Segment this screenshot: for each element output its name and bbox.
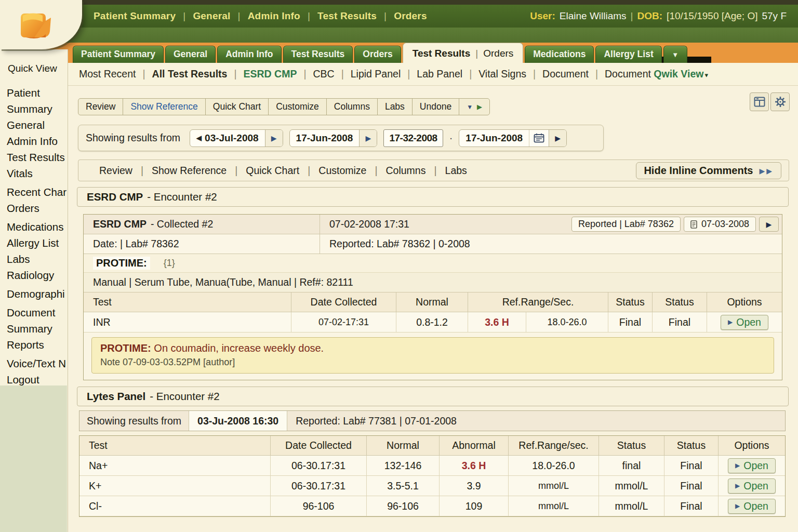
header-nav-test-results[interactable]: Test Results bbox=[317, 10, 377, 22]
tab-patient-summary[interactable]: Patient Summary bbox=[73, 46, 164, 63]
esrd-title: ESRD CMP bbox=[87, 191, 143, 203]
sidebar-item-demographics[interactable]: Demographi bbox=[7, 286, 68, 302]
divider: | bbox=[533, 68, 536, 80]
header-nav-admin-info[interactable]: Admin Info bbox=[248, 10, 300, 22]
sidebar-item-test-results[interactable]: Test Results bbox=[7, 149, 68, 165]
date-3-next-button[interactable]: ▶ bbox=[549, 130, 566, 147]
tab-admin-info[interactable]: Admin Info bbox=[217, 46, 281, 63]
sidebar-item-patient-summary[interactable]: Patient Summary bbox=[7, 85, 68, 117]
columns-link[interactable]: Columns bbox=[386, 165, 426, 177]
play-icon: ▶ bbox=[477, 103, 482, 111]
arrow-right-icon: ▶ bbox=[271, 134, 277, 142]
comment-text: On coumadin, increase weekly dose. bbox=[154, 342, 324, 354]
tab-active-test-results-orders[interactable]: Test Results | Orders bbox=[403, 43, 524, 63]
undone-button[interactable]: Undone bbox=[413, 99, 459, 115]
header-nav-general[interactable]: General bbox=[193, 10, 230, 22]
customize-link[interactable]: Customize bbox=[318, 165, 366, 177]
date-2[interactable]: 17-Jun-2008 bbox=[290, 130, 360, 147]
labs-button[interactable]: Labs bbox=[378, 99, 413, 115]
quick-chart-button[interactable]: Quick Chart bbox=[206, 99, 269, 115]
open-label: Open bbox=[736, 316, 761, 328]
date-2-next-button[interactable]: ▶ bbox=[359, 130, 377, 147]
review-button[interactable]: Review bbox=[78, 99, 123, 115]
tab-overflow-dropdown[interactable]: ▼ bbox=[663, 46, 687, 63]
sidebar-item-logout[interactable]: Logout bbox=[7, 371, 68, 388]
col-header-status-2: Status bbox=[664, 436, 719, 456]
reported-lab-chip[interactable]: Reported | Lab# 78362 bbox=[571, 217, 681, 232]
divider: | bbox=[469, 68, 472, 80]
subnav-vital-signs[interactable]: Vital Signs bbox=[478, 68, 526, 80]
esrd-reported-line: Reported: Lab# 78362 | 0-2008 bbox=[320, 234, 480, 254]
open-button[interactable]: ▶Open bbox=[728, 499, 776, 514]
sidebar-item-vitals[interactable]: Vitals bbox=[7, 165, 68, 181]
subnav-document-qwik-view[interactable]: Document Qwik View▾ bbox=[605, 68, 708, 80]
tab-allergy-list[interactable]: Allergy List bbox=[595, 46, 661, 63]
sidebar-item-medications[interactable]: Medications bbox=[7, 219, 68, 235]
settings-button[interactable] bbox=[770, 92, 790, 111]
subnav-lab-panel[interactable]: Lab Panel bbox=[417, 68, 462, 80]
subnav-all-test-results[interactable]: All Test Results bbox=[152, 68, 228, 80]
header-nav: Patient Summary| General| Admin Info| Te… bbox=[94, 5, 427, 28]
sidebar-item-allergy-list[interactable]: Allergy List bbox=[7, 235, 68, 251]
date-3[interactable]: 17-Jun-2008 bbox=[459, 130, 529, 147]
sidebar-item-labs[interactable]: Labs bbox=[7, 251, 68, 267]
grid-view-button[interactable] bbox=[750, 92, 769, 111]
esrd-row-abnormal: 3.6 H bbox=[468, 312, 526, 332]
hide-inline-comments-button[interactable]: Hide Inline Comments ▶▶ bbox=[636, 162, 781, 179]
panel-next-button[interactable]: ▶ bbox=[759, 217, 779, 232]
subnav-lipid-panel[interactable]: Lipid Panel bbox=[351, 68, 401, 80]
active-tab-right-label[interactable]: Orders bbox=[483, 44, 513, 63]
play-icon: ▶ bbox=[735, 502, 740, 510]
top-edge-strip bbox=[0, 0, 798, 5]
esrd-title-suffix: - Encounter #2 bbox=[147, 191, 217, 203]
open-button[interactable]: ▶Open bbox=[728, 478, 776, 494]
open-button[interactable]: ▶Open bbox=[728, 458, 776, 473]
arrow-left-icon[interactable]: ◀ bbox=[196, 134, 202, 142]
toolbar-more-button[interactable]: ▼ ▶ bbox=[459, 99, 489, 115]
review-link[interactable]: Review bbox=[99, 165, 132, 177]
subnav-most-recent[interactable]: Most Recent bbox=[79, 68, 136, 80]
date-1[interactable]: ◀ 03-Jul-2008 bbox=[190, 130, 265, 147]
quick-chart-link[interactable]: Quick Chart bbox=[246, 165, 299, 177]
sidebar-item-general[interactable]: General bbox=[7, 117, 68, 133]
tab-medications[interactable]: Medications bbox=[525, 46, 594, 63]
open-button[interactable]: ▶ Open bbox=[721, 315, 768, 330]
date-1-next-button[interactable]: ▶ bbox=[265, 130, 283, 147]
divider: | bbox=[141, 165, 143, 177]
divider: | bbox=[303, 68, 306, 80]
date-separator: · bbox=[449, 132, 453, 144]
sidebar-item-document-summary[interactable]: Document Summary bbox=[7, 304, 68, 337]
sidebar-item-radiology[interactable]: Radiology bbox=[7, 267, 68, 283]
subnav-document[interactable]: Document bbox=[542, 68, 589, 80]
lytes-showing-date[interactable]: 03-Ju-2008 16:30 bbox=[189, 411, 287, 431]
header-nav-patient-summary[interactable]: Patient Summary bbox=[94, 10, 176, 22]
date-1-value: 03-Jul-2008 bbox=[205, 132, 259, 144]
esrd-collected-suffix: - Collected #2 bbox=[151, 218, 213, 230]
show-reference-button[interactable]: Show Reference bbox=[123, 99, 205, 115]
header-nav-orders[interactable]: Orders bbox=[394, 10, 427, 22]
esrd-results-table: Test Date Collected Normal Ref.Range/Sec… bbox=[84, 292, 782, 332]
subnav-esrd-cmp[interactable]: ESRD CMP bbox=[243, 68, 297, 80]
customize-button[interactable]: Customize bbox=[269, 99, 327, 115]
calendar-icon bbox=[534, 133, 544, 143]
sidebar-item-orders[interactable]: Orders bbox=[7, 200, 68, 216]
labs-link[interactable]: Labs bbox=[445, 165, 467, 177]
reported-date-chip[interactable]: 07-03-2008 bbox=[684, 217, 756, 232]
tab-test-results[interactable]: Test Results bbox=[283, 46, 353, 63]
col-header-test: Test bbox=[84, 292, 291, 312]
tab-general[interactable]: General bbox=[165, 46, 216, 63]
sidebar-item-reports[interactable]: Reports bbox=[7, 337, 68, 353]
sidebar-item-admin-info[interactable]: Admin Info bbox=[7, 133, 68, 149]
columns-button[interactable]: Columns bbox=[327, 99, 378, 115]
sidebar-item-voice-text-notes[interactable]: Voice/Text N bbox=[7, 355, 68, 371]
play-icon: ▶ bbox=[735, 482, 740, 489]
tab-orders[interactable]: Orders bbox=[354, 46, 401, 63]
sidebar: Quick View Patient Summary General Admin… bbox=[0, 49, 68, 532]
show-reference-link[interactable]: Show Reference bbox=[152, 165, 227, 177]
reported-date-label: 07-03-2008 bbox=[701, 219, 749, 230]
date-from-input[interactable]: 17-32-2008 bbox=[383, 129, 443, 147]
sidebar-item-recent-chart[interactable]: Recent Char bbox=[7, 184, 68, 200]
calendar-button[interactable] bbox=[529, 130, 549, 147]
subnav-cbc[interactable]: CBC bbox=[313, 68, 334, 80]
col-header-ref-range: Ref.Range/Sec. bbox=[468, 292, 608, 312]
